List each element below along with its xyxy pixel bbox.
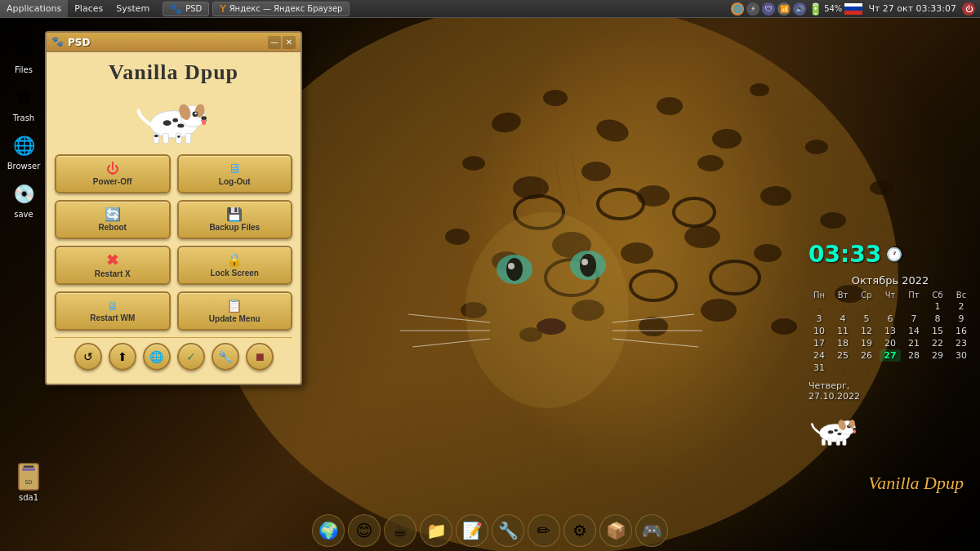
battery-percent: 54%	[824, 4, 842, 13]
cal-day-5[interactable]: 5	[856, 313, 877, 325]
cal-day-31[interactable]: 31	[808, 362, 830, 374]
cal-header-mon: Пн	[808, 290, 830, 300]
sidebar-item-files[interactable]: 🗂 Files	[1, 33, 47, 76]
cal-day-1[interactable]: 1	[927, 300, 948, 313]
language-flag[interactable]	[844, 3, 862, 15]
menu-applications[interactable]: Applications	[0, 0, 68, 17]
psd-close-button[interactable]: ✕	[283, 36, 296, 49]
taskbar-tray: 🌐 ⚡ 🛡 📶 🔊 🔋 54% Чт 27 окт 03:33:07 ⏻	[726, 2, 980, 16]
cal-day-29[interactable]: 29	[927, 349, 948, 362]
clock-icon: 🕐	[886, 247, 902, 262]
mini-check-button[interactable]: ✓	[177, 343, 205, 371]
cal-day-15[interactable]: 15	[927, 325, 948, 337]
cal-day-6[interactable]: 6	[880, 313, 901, 325]
cal-day-3[interactable]: 3	[808, 313, 830, 325]
tray-icon-4[interactable]: 📶	[777, 2, 791, 16]
lock-screen-button[interactable]: 🔒 Lock Screen	[177, 246, 293, 285]
taskbar-app-psd[interactable]: 🐾 PSD	[163, 2, 209, 16]
cal-day-12[interactable]: 12	[856, 325, 877, 337]
sda-icon[interactable]: SD sda1	[12, 460, 45, 502]
reboot-button[interactable]: 🔄 Reboot	[55, 200, 171, 239]
cal-day-16[interactable]: 16	[951, 325, 972, 337]
cal-day-empty: .	[808, 300, 830, 313]
cal-day-7[interactable]: 7	[903, 313, 924, 325]
cal-day-8[interactable]: 8	[927, 313, 948, 325]
bottom-icon-5[interactable]: 🔧	[492, 514, 524, 547]
cal-day-28[interactable]: 28	[903, 349, 924, 362]
restart-wm-button[interactable]: 🖥 Restart WM	[55, 291, 171, 331]
tray-icon-3[interactable]: 🛡	[762, 2, 775, 16]
svg-point-59	[194, 113, 197, 115]
tray-icon-power[interactable]: ⏻	[962, 2, 975, 16]
cal-day-22[interactable]: 22	[927, 337, 948, 349]
mini-network-button[interactable]: 🌐	[143, 343, 171, 371]
bottom-icon-2[interactable]: ☕	[384, 514, 416, 547]
menu-system[interactable]: System	[109, 0, 156, 17]
cal-day-10[interactable]: 10	[808, 325, 830, 337]
sidebar-item-save[interactable]: 💿 save	[1, 177, 47, 220]
bottom-icon-4[interactable]: 📝	[456, 514, 488, 547]
calendar-month: Октябрь 2022	[808, 274, 972, 287]
cal-day-18[interactable]: 18	[832, 337, 853, 349]
cal-day-19[interactable]: 19	[856, 337, 877, 349]
mini-up-icon: ⬆	[118, 350, 127, 363]
cal-day-9[interactable]: 9	[951, 313, 972, 325]
svg-point-67	[177, 136, 180, 138]
svg-rect-64	[176, 133, 181, 143]
bottom-icon-6[interactable]: ✏	[528, 514, 560, 547]
calendar-dog-icon	[808, 408, 862, 449]
cal-day-21[interactable]: 21	[903, 337, 924, 349]
svg-rect-63	[163, 133, 168, 143]
psd-minimize-button[interactable]: —	[268, 36, 281, 49]
bottom-icon-1[interactable]: 😊	[348, 514, 381, 547]
svg-point-70	[837, 433, 841, 435]
cal-day-4[interactable]: 4	[832, 313, 853, 325]
desktop: Applications Places System 🐾 PSD Y Яндек…	[0, 0, 980, 551]
mini-refresh-button[interactable]: ↺	[74, 343, 102, 371]
svg-point-71	[834, 429, 837, 432]
svg-point-13	[805, 140, 828, 154]
cal-header-wed: Ср	[856, 290, 877, 300]
cal-day-27-today[interactable]: 27	[880, 349, 901, 362]
vanilla-dpup-desktop: Vanilla Dpup	[868, 473, 964, 494]
cal-day-11[interactable]: 11	[832, 325, 853, 337]
mini-up-button[interactable]: ⬆	[109, 343, 136, 371]
cal-day-17[interactable]: 17	[808, 337, 830, 349]
log-out-button[interactable]: 🖥 Log-Out	[177, 154, 293, 193]
clock-display: 03:33 🕐	[808, 241, 972, 268]
psd-titlebar: 🐾 PSD — ✕	[47, 33, 301, 52]
cal-day-20[interactable]: 20	[880, 337, 901, 349]
svg-point-11	[697, 155, 724, 171]
cal-day-empty: .	[927, 362, 948, 374]
taskbar-app-yandex[interactable]: Y Яндекс — Яндекс Браузер	[212, 2, 350, 16]
backup-files-button[interactable]: 💾 Backup Files	[177, 200, 293, 239]
update-menu-button[interactable]: 📋 Update Menu	[177, 291, 293, 331]
tray-icon-1[interactable]: 🌐	[731, 2, 744, 16]
bottom-icon-3[interactable]: 📁	[420, 514, 452, 547]
tray-icon-2[interactable]: ⚡	[746, 2, 760, 16]
sidebar-item-trash[interactable]: 🗑 Trash	[1, 81, 47, 124]
cal-day-25[interactable]: 25	[832, 349, 853, 362]
mini-settings-button[interactable]: 🔧	[212, 343, 239, 371]
cal-day-23[interactable]: 23	[951, 337, 972, 349]
bottom-icon-8[interactable]: 📦	[599, 514, 632, 547]
bottom-icon-9[interactable]: 🎮	[635, 514, 668, 547]
cal-day-26[interactable]: 26	[856, 349, 877, 362]
sidebar-item-browser[interactable]: 🌐 Browser	[1, 129, 47, 172]
cal-day-24[interactable]: 24	[808, 349, 830, 362]
cal-day-13[interactable]: 13	[880, 325, 901, 337]
cal-day-30[interactable]: 30	[951, 349, 972, 362]
yandex-icon: Y	[220, 3, 225, 15]
menu-places[interactable]: Places	[68, 0, 109, 17]
cal-day-14[interactable]: 14	[903, 325, 924, 337]
tray-icon-5[interactable]: 🔊	[793, 2, 806, 16]
power-off-button[interactable]: ⏻ Power-Off	[55, 154, 171, 193]
cal-day-2[interactable]: 2	[951, 300, 972, 313]
restart-x-button[interactable]: ✖ Restart X	[55, 246, 171, 285]
save-icon: 💿	[9, 179, 38, 208]
trash-label: Trash	[13, 113, 34, 122]
psd-app-icon: 🐾	[170, 3, 182, 15]
bottom-icon-0[interactable]: 🌍	[312, 514, 345, 547]
mini-exit-button[interactable]: ⏹	[246, 343, 274, 371]
bottom-icon-7[interactable]: ⚙	[564, 514, 596, 547]
